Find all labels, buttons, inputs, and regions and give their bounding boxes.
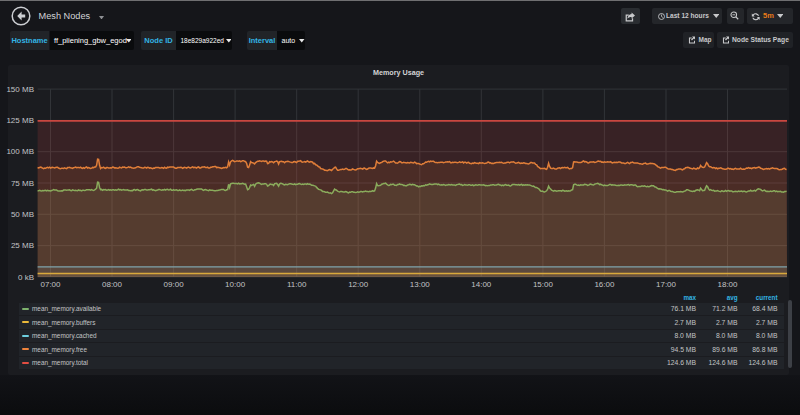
svg-text:15:00: 15:00 — [533, 280, 554, 289]
svg-text:10:00: 10:00 — [225, 280, 246, 289]
svg-text:11:00: 11:00 — [287, 280, 307, 289]
svg-text:150 MB: 150 MB — [6, 85, 34, 94]
svg-text:07:00: 07:00 — [40, 280, 61, 289]
svg-text:17:00: 17:00 — [656, 280, 677, 289]
svg-text:125 MB: 125 MB — [6, 116, 34, 125]
svg-text:18:00: 18:00 — [717, 280, 738, 289]
svg-text:50 MB: 50 MB — [11, 210, 34, 219]
svg-text:14:00: 14:00 — [471, 280, 492, 289]
svg-text:25 MB: 25 MB — [11, 241, 34, 250]
svg-text:0 kB: 0 kB — [18, 273, 34, 282]
svg-text:09:00: 09:00 — [164, 280, 185, 289]
svg-text:13:00: 13:00 — [410, 280, 431, 289]
svg-text:16:00: 16:00 — [594, 280, 615, 289]
svg-text:75 MB: 75 MB — [11, 179, 34, 188]
svg-text:08:00: 08:00 — [102, 280, 123, 289]
svg-text:12:00: 12:00 — [348, 280, 369, 289]
svg-text:100 MB: 100 MB — [6, 147, 34, 156]
